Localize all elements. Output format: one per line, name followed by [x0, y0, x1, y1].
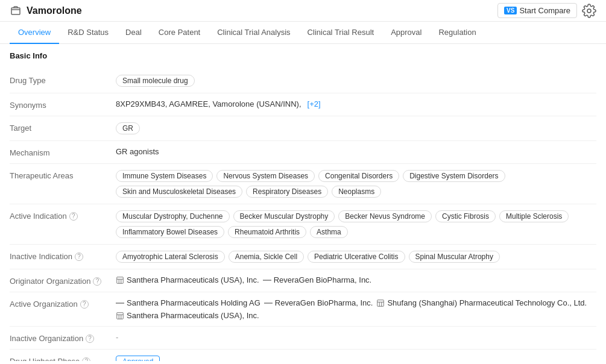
mechanism-text: GR agonists [116, 147, 159, 156]
info-row-active-indication: Active Indication?Muscular Dystrophy, Du… [10, 204, 596, 245]
tag[interactable]: Skin and Musculoskeletal Diseases [116, 186, 242, 198]
org-item[interactable]: ReveraGen BioPharma, Inc. [263, 275, 372, 284]
org-name: ReveraGen BioPharma, Inc. [275, 298, 373, 307]
tag[interactable]: Spinal Muscular Atrophy [409, 251, 500, 263]
info-label-inactive-indication: Inactive Indication? [10, 251, 106, 261]
svg-rect-11 [117, 312, 124, 319]
header-left: Vamorolone [10, 5, 82, 17]
tab-clinical-trial-result[interactable]: Clinical Trial Result [299, 22, 383, 44]
tag[interactable]: GR [116, 122, 140, 134]
content-area: Basic Info Drug TypeSmall molecule drugS… [0, 44, 606, 361]
building-icon [376, 299, 385, 307]
tag[interactable]: Congenital Disorders [318, 170, 399, 182]
info-label-target: Target [10, 122, 106, 133]
svg-rect-3 [117, 277, 124, 283]
info-row-inactive-org: Inactive Organization?- [10, 327, 596, 350]
org-item[interactable]: Santhera Pharmaceuticals (USA), Inc. [116, 275, 259, 284]
tab-regulation[interactable]: Regulation [430, 22, 484, 44]
synonym-link[interactable]: [+2] [308, 99, 321, 108]
help-icon[interactable]: ? [75, 253, 83, 261]
info-label-synonyms: Synonyms [10, 99, 106, 110]
tab-deal[interactable]: Deal [117, 22, 150, 44]
info-value-drug-highest-phase: Approved [116, 356, 596, 361]
tab-overview[interactable]: Overview [10, 22, 59, 44]
info-label-mechanism: Mechanism [10, 147, 106, 157]
help-icon[interactable]: ? [69, 212, 78, 221]
section-title: Basic Info [10, 51, 596, 63]
tab-rd-status[interactable]: R&D Status [59, 22, 117, 44]
tag[interactable]: Small molecule drug [116, 75, 195, 87]
tab-core-patent[interactable]: Core Patent [150, 22, 209, 44]
org-name: Santhera Pharmaceuticals (USA), Inc. [127, 275, 259, 284]
svg-rect-0 [11, 8, 20, 14]
tag[interactable]: Nervous System Diseases [216, 170, 315, 182]
tag[interactable]: Becker Muscular Dystrophy [233, 210, 335, 222]
tag[interactable]: Respiratory Diseases [246, 186, 328, 198]
info-row-drug-highest-phase: Drug Highest Phase?Approved [10, 350, 596, 361]
value-text: - [116, 333, 118, 342]
drug-title: Vamorolone [27, 5, 82, 16]
info-value-target: GR [116, 122, 596, 134]
info-value-active-org: Santhera Pharmaceuticals Holding AGRever… [116, 298, 596, 320]
tab-clinical-trial-analysis[interactable]: Clinical Trial Analysis [209, 22, 298, 44]
tag[interactable]: Muscular Dystrophy, Duchenne [116, 210, 230, 222]
org-item[interactable]: Shufang (Shanghai) Pharmaceutical Techno… [376, 298, 587, 307]
org-name: Santhera Pharmaceuticals Holding AG [127, 298, 260, 307]
info-value-inactive-indication: Amyotrophic Lateral SclerosisAnemia, Sic… [116, 251, 596, 263]
help-icon[interactable]: ? [80, 300, 89, 309]
building-icon [116, 312, 124, 320]
info-row-therapeutic-areas: Therapeutic AreasImmune System DiseasesN… [10, 164, 596, 204]
org-item[interactable]: ReveraGen BioPharma, Inc. [264, 298, 373, 307]
org-name: ReveraGen BioPharma, Inc. [274, 275, 372, 284]
help-icon[interactable]: ? [82, 357, 90, 362]
tag[interactable]: Becker Nevus Syndrome [338, 210, 432, 222]
svg-rect-7 [377, 300, 384, 306]
building-icon [116, 276, 124, 284]
info-value-originator-org: Santhera Pharmaceuticals (USA), Inc.Reve… [116, 275, 596, 284]
tag[interactable]: Immune System Diseases [116, 170, 213, 182]
info-value-synonyms: 8XP29XMB43, AGAMREE, Vamorolone (USAN/IN… [116, 99, 596, 108]
info-label-therapeutic-areas: Therapeutic Areas [10, 170, 106, 180]
svg-point-2 [587, 9, 591, 13]
org-item[interactable]: Santhera Pharmaceuticals Holding AG [116, 298, 260, 307]
info-label-drug-type: Drug Type [10, 75, 106, 85]
dash-icon [264, 303, 273, 304]
info-rows: Drug TypeSmall molecule drugSynonyms8XP2… [10, 69, 596, 361]
tag[interactable]: Inflammatory Bowel Diseases [116, 226, 224, 238]
dash-icon [263, 280, 271, 281]
tag[interactable]: Cystic Fibrosis [435, 210, 496, 222]
org-name: Santhera Pharmaceuticals (USA), Inc. [127, 311, 259, 320]
info-row-target: TargetGR [10, 116, 596, 141]
drug-icon [10, 5, 22, 17]
tag[interactable]: Amyotrophic Lateral Sclerosis [116, 251, 225, 263]
tag[interactable]: Pediatric Ulcerative Colitis [308, 251, 405, 263]
info-value-drug-type: Small molecule drug [116, 75, 596, 87]
org-name: Shufang (Shanghai) Pharmaceutical Techno… [387, 298, 587, 307]
info-value-therapeutic-areas: Immune System DiseasesNervous System Dis… [116, 170, 596, 198]
help-icon[interactable]: ? [86, 334, 94, 343]
dash-icon [116, 303, 124, 304]
tab-approval[interactable]: Approval [382, 22, 430, 44]
header-right: VS Start Compare [497, 3, 596, 18]
tag[interactable]: Asthma [310, 226, 348, 238]
org-item[interactable]: Santhera Pharmaceuticals (USA), Inc. [116, 311, 259, 320]
tag[interactable]: Digestive System Disorders [403, 170, 505, 182]
vs-badge: VS [504, 7, 517, 14]
info-label-inactive-org: Inactive Organization? [10, 333, 106, 343]
tag[interactable]: Neoplasms [332, 186, 381, 198]
tag[interactable]: Rheumatoid Arthritis [228, 226, 306, 238]
info-value-inactive-org: - [116, 333, 596, 342]
settings-icon[interactable] [582, 4, 596, 18]
info-row-originator-org: Originator Organization?Santhera Pharmac… [10, 269, 596, 292]
tag[interactable]: Anemia, Sickle Cell [229, 251, 304, 263]
info-value-active-indication: Muscular Dystrophy, DuchenneBecker Muscu… [116, 210, 596, 238]
tag[interactable]: Multiple Sclerosis [499, 210, 569, 222]
start-compare-button[interactable]: VS Start Compare [497, 3, 577, 18]
info-row-drug-type: Drug TypeSmall molecule drug [10, 69, 596, 93]
info-label-drug-highest-phase: Drug Highest Phase? [10, 356, 106, 361]
start-compare-label: Start Compare [519, 6, 570, 15]
help-icon[interactable]: ? [93, 277, 101, 286]
info-label-active-org: Active Organization? [10, 298, 106, 309]
approved-tag[interactable]: Approved [116, 356, 160, 361]
info-row-inactive-indication: Inactive Indication?Amyotrophic Lateral … [10, 245, 596, 269]
